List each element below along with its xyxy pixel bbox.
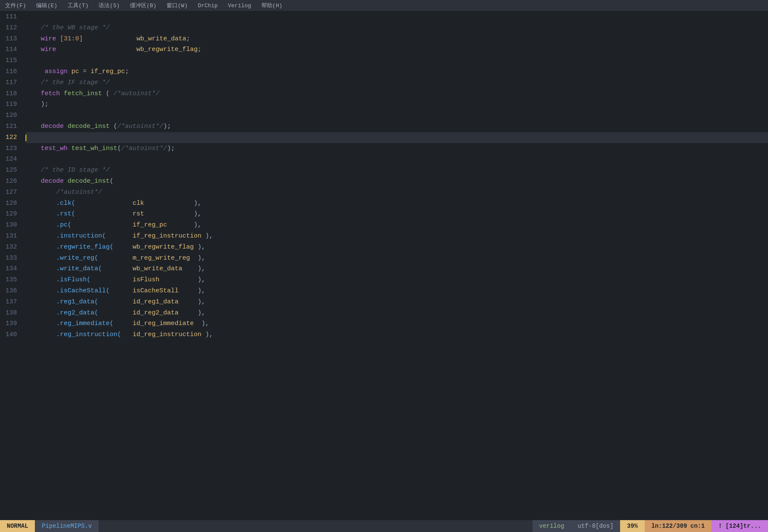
ln-132: 132 xyxy=(3,242,17,253)
ln-126: 126 xyxy=(3,176,17,187)
code-line-132: .regwrite_flag( wb_regwrite_flag ), xyxy=(26,242,768,253)
status-ln: ln:122/309 xyxy=(652,523,687,529)
menubar: 文件(F) 编辑(E) 工具(T) 语法(S) 缓冲区(B) 窗口(W) DrC… xyxy=(0,0,768,11)
code-line-127: /*autoinst*/ xyxy=(26,187,768,198)
status-encoding: utf-8[dos] xyxy=(571,520,620,532)
code-line-118: fetch fetch_inst ( /*autoinst*/ xyxy=(26,88,768,99)
ln-119: 119 xyxy=(3,99,17,110)
ln-121: 121 xyxy=(3,121,17,132)
status-position: ln:122/309 cn:1 xyxy=(645,520,712,532)
line-numbers: 111 112 113 114 115 116 117 118 119 120 … xyxy=(0,11,22,520)
code-line-115 xyxy=(26,55,768,66)
menu-edit[interactable]: 编辑(E) xyxy=(34,1,59,10)
ln-113: 113 xyxy=(3,34,17,45)
ln-123: 123 xyxy=(3,143,17,154)
code-line-140: .reg_instruction( id_reg_instruction ), xyxy=(26,329,768,340)
ln-136: 136 xyxy=(3,286,17,297)
ln-135: 135 xyxy=(3,274,17,286)
ln-133: 133 xyxy=(3,253,17,264)
code-line-111 xyxy=(26,11,768,23)
code-line-112: /* the WB stage */ xyxy=(26,23,768,34)
ln-112: 112 xyxy=(3,23,17,34)
ln-120: 120 xyxy=(3,110,17,121)
ln-111: 111 xyxy=(3,11,17,23)
code-line-131: .instruction( if_reg_instruction ), xyxy=(26,231,768,242)
code-line-122 xyxy=(26,132,768,143)
ln-138: 138 xyxy=(3,308,17,319)
statusbar: NORMAL PipelineMIPS.v verilog utf-8[dos]… xyxy=(0,520,768,532)
ln-116: 116 xyxy=(3,66,17,77)
code-line-136: .isCacheStall( isCacheStall ), xyxy=(26,286,768,297)
code-line-124 xyxy=(26,154,768,165)
ln-127: 127 xyxy=(3,187,17,198)
code-line-126: decode decode_inst( xyxy=(26,176,768,187)
code-line-125: /* the ID stage */ xyxy=(26,165,768,176)
code-line-116: assign pc = if_reg_pc; xyxy=(26,66,768,77)
menu-drchip[interactable]: DrChip xyxy=(196,2,219,10)
status-file: PipelineMIPS.v xyxy=(35,520,99,532)
menu-window[interactable]: 窗口(W) xyxy=(165,1,189,10)
ln-125: 125 xyxy=(3,165,17,176)
code-line-135: .isFlush( isFlush ), xyxy=(26,274,768,286)
code-line-133: .write_reg( m_reg_write_reg ), xyxy=(26,253,768,264)
ln-124: 124 xyxy=(3,154,17,165)
ln-117: 117 xyxy=(3,77,17,88)
menu-buffer[interactable]: 缓冲区(B) xyxy=(128,1,158,10)
menu-file[interactable]: 文件(F) xyxy=(3,1,28,10)
status-middle xyxy=(99,520,532,532)
code-line-120 xyxy=(26,110,768,121)
ln-122: 122 xyxy=(3,132,17,143)
ln-114: 114 xyxy=(3,44,17,55)
code-line-114: wire wb_regwrite_flag; xyxy=(26,44,768,55)
menu-verilog[interactable]: Verilog xyxy=(226,2,253,10)
status-filetype: verilog xyxy=(533,520,571,532)
code-line-129: .rst( rst ), xyxy=(26,209,768,220)
code-line-113: wire [31:0] wb_write_data; xyxy=(26,34,768,45)
menu-syntax[interactable]: 语法(S) xyxy=(97,1,121,10)
editor-area: 111 112 113 114 115 116 117 118 119 120 … xyxy=(0,11,768,520)
ln-130: 130 xyxy=(3,220,17,231)
ln-134: 134 xyxy=(3,263,17,274)
code-line-123: test_wh test_wh_inst(/*autoinst*/); xyxy=(26,143,768,154)
status-extra: ! [124]tr... xyxy=(711,520,768,532)
ln-118: 118 xyxy=(3,88,17,99)
code-line-137: .reg1_data( id_reg1_data ), xyxy=(26,297,768,308)
ln-131: 131 xyxy=(3,231,17,242)
code-line-130: .pc( if_reg_pc ), xyxy=(26,220,768,231)
code-content[interactable]: /* the WB stage */ wire [31:0] wb_write_… xyxy=(22,11,768,520)
ln-128: 128 xyxy=(3,198,17,209)
code-line-119: ); xyxy=(26,99,768,110)
ln-115: 115 xyxy=(3,55,17,66)
ln-137: 137 xyxy=(3,297,17,308)
ln-139: 139 xyxy=(3,318,17,329)
status-mode: NORMAL xyxy=(0,520,35,532)
ln-129: 129 xyxy=(3,209,17,220)
code-line-139: .reg_immediate( id_reg_immediate ), xyxy=(26,318,768,329)
menu-tools[interactable]: 工具(T) xyxy=(66,1,90,10)
code-line-134: .write_data( wb_write_data ), xyxy=(26,263,768,274)
code-line-128: .clk( clk ), xyxy=(26,198,768,209)
ln-140: 140 xyxy=(3,329,17,340)
code-line-117: /* the IF stage */ xyxy=(26,77,768,88)
code-line-138: .reg2_data( id_reg2_data ), xyxy=(26,308,768,319)
status-cn: cn:1 xyxy=(691,523,705,529)
text-cursor xyxy=(26,135,26,141)
status-percent: 39% xyxy=(620,520,644,532)
menu-help[interactable]: 帮助(H) xyxy=(260,1,284,10)
code-line-121: decode decode_inst (/*autoinst*/); xyxy=(26,121,768,132)
